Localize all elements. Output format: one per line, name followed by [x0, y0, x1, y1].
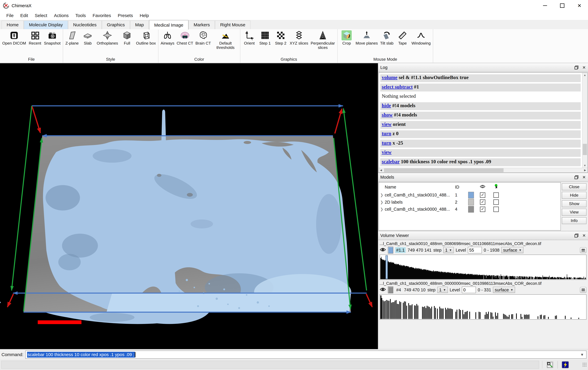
log-command-link[interactable]: hide	[382, 103, 391, 108]
volume-1-style-dropdown[interactable]: surface▼	[501, 247, 524, 253]
log-command-link[interactable]: turn	[382, 131, 391, 136]
volume-1-color-swatch[interactable]	[388, 247, 393, 254]
scroll-right-icon[interactable]: ▶	[583, 168, 588, 173]
tool-z-plane[interactable]: Z-plane	[64, 30, 80, 46]
menu-actions[interactable]: Actions	[51, 12, 72, 19]
scroll-left-icon[interactable]: ◀	[379, 168, 383, 173]
log-vertical-scrollbar[interactable]: ▲ ▼	[582, 73, 588, 168]
tab-map[interactable]: Map	[130, 21, 149, 29]
model-row[interactable]: ❯cell_CamB_ch1_stack0000_488...4✓	[379, 206, 560, 213]
menu-help[interactable]: Help	[136, 12, 152, 19]
tool-move-planes[interactable]: Move planes	[355, 30, 378, 46]
menu-edit[interactable]: Edit	[17, 12, 32, 19]
tab-graphics[interactable]: Graphics	[102, 21, 130, 29]
model-color-swatch[interactable]	[468, 192, 474, 198]
maximize-button[interactable]	[554, 0, 571, 11]
log-command-link[interactable]: turn	[382, 140, 391, 146]
tool-slab[interactable]: Slab	[80, 30, 95, 46]
menu-presets[interactable]: Presets	[114, 12, 136, 19]
tool-orthoplanes[interactable]: Orthoplanes	[96, 30, 119, 46]
tool-recent[interactable]: Recent	[28, 30, 42, 46]
tool-brain-ct[interactable]: Brain CT	[195, 30, 212, 46]
volume-1-level-input[interactable]	[468, 247, 482, 254]
expand-chevron-icon[interactable]: ❯	[379, 207, 385, 211]
volume-2-color-swatch[interactable]	[388, 286, 393, 294]
models-hide-button[interactable]: Hide	[562, 192, 587, 199]
model-row[interactable]: ❯cell_CamB_ch1_stack0010_488...1✓	[379, 191, 560, 199]
tool-airways[interactable]: Airways	[160, 30, 175, 46]
menu-select[interactable]: Select	[32, 12, 51, 19]
command-history-chevron-icon[interactable]: ▼	[580, 352, 584, 357]
tool-orient[interactable]: yx Orient	[242, 30, 257, 46]
volume-1-histogram[interactable]	[380, 254, 587, 280]
tab-nucleotides[interactable]: Nucleotides	[68, 21, 102, 29]
tool-step1[interactable]: Step 1	[258, 30, 273, 46]
log-horizontal-scrollbar[interactable]: ◀ ▶	[379, 168, 588, 173]
models-info-button[interactable]: Info	[562, 217, 587, 224]
model-shown-checkbox[interactable]: ✓	[480, 192, 485, 198]
tool-tape[interactable]: Tape	[395, 30, 410, 46]
3d-viewport[interactable]	[0, 63, 378, 349]
log-command-link[interactable]: view	[382, 149, 392, 155]
models-view-button[interactable]: View	[562, 209, 587, 216]
tool-full[interactable]: Full	[120, 30, 135, 46]
log-hscroll-thumb[interactable]	[384, 168, 504, 172]
tab-home[interactable]: Home	[1, 21, 24, 29]
expand-chevron-icon[interactable]: ❯	[379, 200, 385, 204]
tab-markers[interactable]: Markers	[189, 21, 215, 29]
volume-viewer-close-icon[interactable]: ✕	[582, 233, 586, 238]
tab-molecule-display[interactable]: Molecule Display	[24, 21, 68, 29]
model-color-swatch[interactable]	[468, 199, 474, 205]
models-close-button[interactable]: Close	[562, 183, 587, 190]
tool-crop[interactable]: Crop	[339, 30, 354, 46]
expand-chevron-icon[interactable]: ❯	[379, 193, 385, 197]
tool-tilt-slab[interactable]: Tilt slab	[379, 30, 394, 46]
volume-2-histogram[interactable]	[380, 294, 587, 320]
tool-step2[interactable]: Step 2	[273, 30, 288, 46]
menu-file[interactable]: File	[3, 12, 17, 19]
volume-1-step-dropdown[interactable]: 1▼	[443, 247, 454, 253]
menu-tools[interactable]: Tools	[72, 12, 89, 19]
volume-1-options-button[interactable]	[580, 247, 587, 253]
tool-windowing[interactable]: Windowing	[411, 30, 431, 46]
log-float-icon[interactable]	[574, 65, 578, 70]
models-float-icon[interactable]	[574, 175, 578, 180]
resize-graphics-icon[interactable]	[546, 361, 554, 369]
model-selected-checkbox[interactable]	[494, 200, 499, 205]
tool-chest-ct[interactable]: Chest CT	[176, 30, 194, 46]
close-button[interactable]: ✕	[571, 0, 588, 11]
volume-2-level-input[interactable]	[462, 286, 476, 293]
model-shown-checkbox[interactable]: ✓	[480, 200, 485, 205]
model-selected-checkbox[interactable]	[494, 192, 499, 198]
model-color-swatch[interactable]	[468, 206, 474, 212]
tab-right-mouse[interactable]: Right Mouse	[215, 21, 250, 29]
log-command-link[interactable]: view	[382, 121, 392, 127]
command-input[interactable]: scalebar 100 thickness 10 color red xpos…	[25, 350, 587, 359]
tool-open-dicom[interactable]: Open DICOM	[1, 30, 27, 46]
tool-default-thresholds[interactable]: Default thresholds	[212, 30, 239, 50]
scroll-down-icon[interactable]: ▼	[582, 163, 588, 168]
tool-snapshot[interactable]: Snapshot	[43, 30, 61, 46]
window-resize-grip[interactable]	[582, 362, 587, 368]
scroll-up-icon[interactable]: ▲	[582, 73, 588, 77]
volume-2-id[interactable]: #4	[395, 287, 402, 293]
models-close-icon[interactable]: ✕	[582, 175, 586, 180]
threshold-marker[interactable]	[386, 256, 388, 279]
minimize-button[interactable]	[536, 0, 554, 11]
tab-medical-image[interactable]: Medical Image	[149, 20, 189, 30]
log-command-link[interactable]: select subtract	[382, 84, 413, 90]
volume-2-eye-icon[interactable]	[380, 287, 386, 293]
volume-2-step-dropdown[interactable]: 1▼	[437, 287, 448, 293]
volume-viewer-float-icon[interactable]	[574, 233, 578, 238]
model-row[interactable]: ❯2D labels2✓	[379, 199, 560, 206]
volume-2-style-dropdown[interactable]: surface▼	[493, 287, 515, 293]
model-shown-checkbox[interactable]: ✓	[480, 207, 485, 212]
log-command-link[interactable]: show	[382, 112, 393, 117]
log-command-link[interactable]: volume	[382, 74, 398, 80]
volume-2-options-button[interactable]	[580, 287, 587, 293]
menu-favorites[interactable]: Favorites	[89, 12, 114, 19]
models-show-button[interactable]: Show	[562, 200, 587, 207]
fast-rendering-lightning-icon[interactable]	[561, 361, 570, 369]
tool-xyz-slices[interactable]: XYZ slices	[289, 30, 309, 46]
volume-1-id[interactable]: #1.1	[395, 247, 406, 253]
